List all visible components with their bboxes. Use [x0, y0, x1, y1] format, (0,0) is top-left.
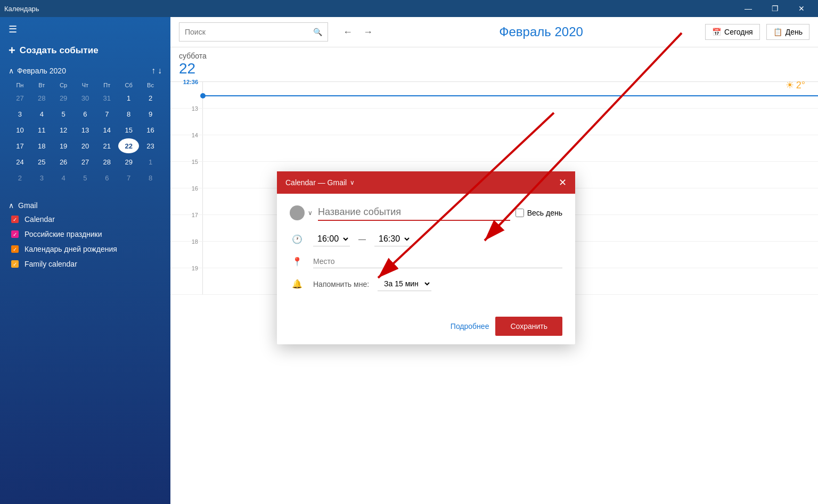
mini-cal-day[interactable]: 8	[118, 106, 139, 121]
mini-cal-day[interactable]: 7	[118, 170, 139, 185]
today-button[interactable]: 📅 Сегодня	[705, 24, 760, 40]
mini-cal-day[interactable]: 19	[53, 138, 74, 153]
mini-cal-day[interactable]: 26	[53, 154, 74, 169]
time-row[interactable]: 12:36	[170, 82, 818, 109]
app-title: Календарь	[4, 5, 39, 13]
time-label: 19	[170, 264, 202, 294]
close-button[interactable]: ✕	[789, 0, 814, 17]
event-title-input[interactable]	[318, 204, 510, 221]
mini-cal-day[interactable]: 18	[31, 138, 52, 153]
mini-cal-day[interactable]: 9	[140, 106, 161, 121]
mini-cal-day[interactable]: 30	[75, 90, 96, 105]
mini-cal-header: ∧ Февраль 2020 ↑ ↓	[9, 66, 162, 76]
day-name: суббота	[179, 52, 809, 60]
time-slot[interactable]	[202, 109, 818, 135]
mini-cal-day[interactable]: 14	[96, 122, 117, 137]
mini-cal-day[interactable]: 4	[53, 170, 74, 185]
mini-cal-day[interactable]: 8	[140, 170, 161, 185]
mini-cal-day[interactable]: 23	[140, 138, 161, 153]
time-label: 14	[170, 131, 202, 161]
mini-cal-day[interactable]: 1	[118, 90, 139, 105]
mini-cal-day[interactable]: 6	[75, 106, 96, 121]
modal-close-button[interactable]: ✕	[559, 177, 567, 188]
mini-cal-collapse-icon[interactable]: ∧	[9, 67, 14, 75]
calendar-checkbox: ✓	[11, 245, 19, 253]
mini-cal-day[interactable]: 25	[31, 154, 52, 169]
app-body: ☰ + Создать событие ∧ Февраль 2020 ↑ ↓ П…	[0, 17, 818, 504]
day-view-button[interactable]: 📋 День	[766, 24, 809, 40]
prev-nav-button[interactable]: ←	[339, 24, 357, 40]
calendar-item-label: Российские праздники	[24, 230, 102, 238]
mini-cal-next-button[interactable]: ↓	[158, 66, 162, 76]
gmail-section-header[interactable]: ∧ Gmail	[0, 199, 170, 212]
mini-cal-day[interactable]: 20	[75, 138, 96, 153]
time-slot[interactable]	[202, 82, 818, 108]
all-day-checkbox[interactable]	[516, 209, 524, 217]
mini-cal-day[interactable]: 17	[10, 138, 30, 153]
mini-cal-day[interactable]: 31	[96, 90, 117, 105]
current-time-line	[203, 95, 818, 96]
search-input[interactable]	[185, 28, 313, 36]
mini-cal-day[interactable]: 15	[118, 122, 139, 137]
current-time-dot	[200, 93, 206, 98]
time-label: 12:36	[170, 78, 202, 108]
color-dot-dropdown-icon[interactable]: ∨	[308, 209, 313, 217]
dow-header: Сб	[118, 81, 139, 89]
titlebar: Календарь — ❐ ✕	[0, 0, 818, 17]
mini-cal-day[interactable]: 11	[31, 122, 52, 137]
time-row[interactable]: 13	[170, 109, 818, 135]
maximize-button[interactable]: ❐	[763, 0, 787, 17]
time-start-select[interactable]: 16:00	[313, 232, 350, 246]
next-nav-button[interactable]: →	[359, 24, 377, 40]
time-slot[interactable]	[202, 135, 818, 161]
mini-cal-day[interactable]: 5	[75, 170, 96, 185]
calendar-item[interactable]: ✓Российские праздники	[0, 227, 170, 242]
mini-cal-day[interactable]: 29	[53, 90, 74, 105]
reminder-select[interactable]: За 15 мин	[378, 277, 431, 291]
save-button[interactable]: Сохранить	[495, 317, 562, 336]
mini-cal-day[interactable]: 4	[31, 106, 52, 121]
calendar-item[interactable]: ✓Календарь дней рождения	[0, 242, 170, 257]
mini-cal-day[interactable]: 28	[31, 90, 52, 105]
all-day-label: Весь день	[527, 209, 562, 217]
mini-cal-day[interactable]: 24	[10, 154, 30, 169]
all-day-row: Весь день	[516, 209, 562, 217]
mini-cal-day[interactable]: 22	[118, 138, 139, 153]
dow-header: Пт	[96, 81, 117, 89]
minimize-button[interactable]: —	[736, 0, 760, 17]
modal-title: Calendar — Gmail	[285, 178, 347, 187]
details-button[interactable]: Подробнее	[451, 322, 489, 331]
mini-cal-day[interactable]: 2	[10, 170, 30, 185]
mini-cal-day[interactable]: 28	[96, 154, 117, 169]
gmail-section-title: Gmail	[18, 201, 38, 210]
create-event-button[interactable]: + Создать событие	[9, 44, 162, 57]
location-input[interactable]	[313, 255, 562, 268]
mini-cal-nav: ↑ ↓	[151, 66, 162, 76]
mini-cal-day[interactable]: 16	[140, 122, 161, 137]
mini-cal-day[interactable]: 12	[53, 122, 74, 137]
mini-cal-day[interactable]: 3	[31, 170, 52, 185]
mini-cal-day[interactable]: 10	[10, 122, 30, 137]
mini-cal-day[interactable]: 13	[75, 122, 96, 137]
time-label: 16	[170, 184, 202, 214]
calendar-item[interactable]: ✓Calendar	[0, 212, 170, 227]
mini-cal-day[interactable]: 3	[10, 106, 30, 121]
mini-cal-day[interactable]: 21	[96, 138, 117, 153]
dow-header: Пн	[10, 81, 30, 89]
location-icon: 📍	[290, 257, 305, 267]
hamburger-icon[interactable]: ☰	[9, 23, 17, 35]
modal-title-dropdown-icon[interactable]: ∨	[350, 179, 355, 186]
mini-cal-day[interactable]: 27	[75, 154, 96, 169]
mini-cal-day[interactable]: 2	[140, 90, 161, 105]
mini-cal-day[interactable]: 27	[10, 90, 30, 105]
mini-cal-prev-button[interactable]: ↑	[151, 66, 156, 76]
mini-cal-day[interactable]: 7	[96, 106, 117, 121]
calendar-item[interactable]: ✓Family calendar	[0, 257, 170, 271]
time-row[interactable]: 14	[170, 135, 818, 162]
day-view-icon: 📋	[773, 28, 782, 36]
mini-cal-day[interactable]: 1	[140, 154, 161, 169]
mini-cal-day[interactable]: 5	[53, 106, 74, 121]
mini-cal-day[interactable]: 6	[96, 170, 117, 185]
mini-cal-day[interactable]: 29	[118, 154, 139, 169]
time-end-select[interactable]: 16:30	[374, 232, 411, 246]
